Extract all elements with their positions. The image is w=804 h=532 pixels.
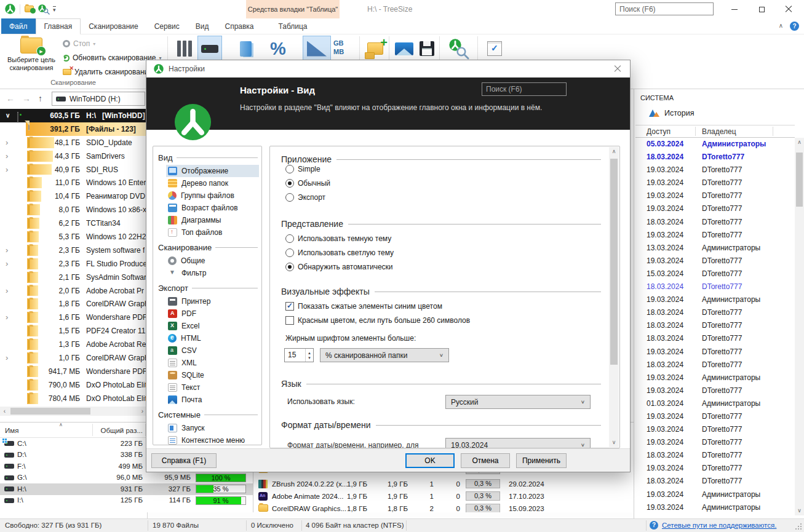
history-row[interactable]: 18.03.2024DToretto777 [635, 475, 795, 488]
tab-Сервис[interactable]: Сервис [146, 18, 188, 34]
category-item-pdf[interactable]: PDF [166, 308, 259, 320]
apply-button[interactable]: Применить [516, 453, 567, 468]
chevron-collapsed-icon[interactable]: › [6, 165, 8, 174]
category-item-top[interactable]: Топ файлов [166, 226, 259, 239]
category-item-filter[interactable]: Фильтр [166, 267, 259, 279]
tree-row[interactable]: 1,3 ГБAdobe Acrobat Re [0, 338, 147, 351]
search-scan-icon[interactable] [38, 4, 49, 14]
options-button[interactable] [482, 36, 507, 62]
scroll-left-icon[interactable]: ‹ [0, 408, 9, 415]
checkbox-compressed-blue[interactable]: Показать сжатые элементы синим цветом [285, 301, 442, 311]
history-row[interactable]: 19.03.2024DToretto777 [635, 202, 795, 215]
select-scan-target-icon[interactable] [25, 6, 34, 12]
new-scan-button[interactable] [363, 36, 388, 62]
history-row[interactable]: 19.03.2024DToretto777 [635, 436, 795, 449]
column-owner[interactable]: Владелец [702, 127, 736, 136]
minimize-button[interactable] [724, 0, 745, 18]
chevron-collapsed-icon[interactable]: › [6, 245, 8, 255]
history-row[interactable]: 19.03.2024Администраторы [635, 501, 795, 514]
content-scrollbar[interactable]: ∧ ∨ [609, 147, 619, 447]
category-item-filegroups[interactable]: Группы файлов [166, 189, 259, 202]
tab-Вид[interactable]: Вид [188, 18, 217, 34]
close-button[interactable] [778, 0, 799, 18]
radio-simple[interactable]: Simple [285, 164, 320, 174]
history-row[interactable]: 15.03.2024DToretto777 [635, 268, 795, 280]
date-format-dropdown[interactable]: 19.03.2024∨ [445, 438, 591, 448]
radio-export[interactable]: Экспорт [285, 192, 325, 202]
history-row[interactable]: 19.03.2024Администраторы [635, 371, 795, 384]
scroll-down-icon[interactable]: ∨ [609, 438, 619, 447]
category-item-mailcat[interactable]: Почта [166, 394, 259, 406]
stop-button[interactable]: Стоп▾ [63, 38, 95, 49]
history-row[interactable]: 19.03.2024Администраторы [635, 293, 795, 306]
tree-row[interactable]: 2,1 ГБSysAdmin Softwar [0, 271, 147, 284]
scroll-up-icon[interactable]: ∧ [795, 138, 804, 147]
back-icon[interactable]: ← [6, 93, 15, 104]
category-item-excel[interactable]: Excel [166, 320, 259, 332]
cancel-button[interactable]: Отмена [461, 453, 510, 468]
history-row[interactable]: 13.03.2024Администраторы [635, 242, 795, 255]
history-row[interactable]: 19.03.2024DToretto777 [635, 189, 795, 202]
category-item-html[interactable]: HTML [166, 332, 259, 344]
tree-row[interactable]: ›44,3 ГБSamDrivers [0, 149, 147, 163]
tree-row[interactable]: 5,3 ГБWindows 10 22H2 [0, 230, 147, 244]
tree-row[interactable]: ∨603,5 ГБH:\ [WinToHDD] [0, 109, 147, 122]
bold-unit-dropdown[interactable]: % сканированной папки∨ [320, 348, 449, 362]
vertical-scrollbar[interactable]: ∧ ∨ [795, 138, 804, 515]
resize-grip[interactable] [795, 523, 802, 530]
radio-auto-detect[interactable]: Обнаружить автоматически [285, 261, 393, 272]
settings-search-input[interactable] [482, 85, 585, 93]
category-item-charts[interactable]: Диаграммы [166, 214, 259, 226]
chevron-collapsed-icon[interactable]: › [6, 138, 8, 147]
history-row[interactable]: 18.03.2024DToretto777 [635, 306, 795, 319]
scroll-up-icon[interactable]: ∧ [609, 147, 619, 156]
column-access[interactable]: Доступ [647, 127, 671, 136]
category-item-sqlite[interactable]: SQLite [166, 369, 259, 381]
network-paths-link[interactable]: Сетевые пути не поддерживаются. [662, 522, 776, 529]
send-mail-button[interactable] [392, 36, 416, 62]
chevron-collapsed-icon[interactable]: › [6, 312, 8, 322]
units-button[interactable] [303, 36, 331, 62]
column-name[interactable]: Имя [5, 427, 18, 434]
category-item-text[interactable]: Текст [166, 381, 259, 394]
category-item-csv[interactable]: CSV [166, 344, 259, 357]
tree-row[interactable]: 391,2 ГБ[Файлы - 123] [0, 122, 147, 136]
tree-row[interactable]: 6,2 ГБTCTitan34 [0, 216, 147, 230]
history-row[interactable]: 19.03.2024DToretto777 [635, 177, 795, 189]
help-button[interactable]: Справка (F1) [151, 453, 217, 468]
percent-view-button[interactable]: % [266, 36, 290, 62]
tree-row[interactable]: ›1,0 ГБCorelDRAW Graph [0, 351, 147, 365]
settings-search[interactable] [482, 82, 567, 96]
drive-row[interactable]: H:\931 ГБ327 ГБ35 % [0, 483, 253, 495]
dialog-close-button[interactable] [609, 62, 626, 76]
customize-qat-caret-icon[interactable]: ▾ [53, 6, 56, 12]
history-row[interactable]: 19.03.2024DToretto777 [635, 410, 795, 423]
size-view-button[interactable] [233, 36, 258, 62]
tree-row[interactable]: ›48,1 ГБSDIO_Update [0, 136, 147, 149]
tree-row[interactable]: ›2,3 ГБSystem software f [0, 244, 147, 257]
history-row[interactable]: 18.03.2024DToretto777 [635, 216, 795, 229]
chevron-collapsed-icon[interactable]: › [6, 286, 8, 295]
tree-row[interactable]: 780,4 МБDxO PhotoLab Elit [0, 392, 147, 405]
tree-row[interactable]: 790,0 МБDxO PhotoLab Elit [0, 378, 147, 392]
tree-row[interactable]: ›2,3 ГБFL Studio Produce [0, 257, 147, 271]
up-icon[interactable]: ↑ [38, 93, 42, 104]
tab-Таблица[interactable]: Таблица [246, 18, 340, 34]
category-item-startup[interactable]: Запуск [166, 422, 259, 434]
delete-scan-button[interactable]: Удалить сканирование [63, 66, 153, 77]
history-row[interactable]: 18.03.2024DToretto777 [635, 332, 795, 345]
scroll-down-icon[interactable]: ∨ [795, 506, 804, 515]
tab-Сканирование[interactable]: Сканирование [81, 18, 146, 34]
select-scan-target-button[interactable]: ▶ Выберите цель сканирования [2, 36, 60, 77]
history-row[interactable]: 19.03.2024Администраторы [635, 488, 795, 501]
chevron-collapsed-icon[interactable]: › [6, 259, 8, 268]
chevron-collapsed-icon[interactable]: › [6, 353, 8, 362]
spinner-arrows-icon[interactable]: ▲▼ [305, 349, 313, 362]
tab-Файл[interactable]: Файл [1, 18, 36, 34]
scrollbar-thumb[interactable] [10, 408, 90, 415]
history-row[interactable]: 18.03.2024DToretto777 [635, 449, 795, 462]
details-view-button[interactable] [172, 36, 197, 62]
history-row[interactable]: 18.03.2024DToretto777 [635, 151, 795, 164]
history-row[interactable]: 19.03.2024DToretto777 [635, 384, 795, 397]
drive-row[interactable]: G:\96,0 МБ95,9 МБ100 % [0, 472, 253, 484]
